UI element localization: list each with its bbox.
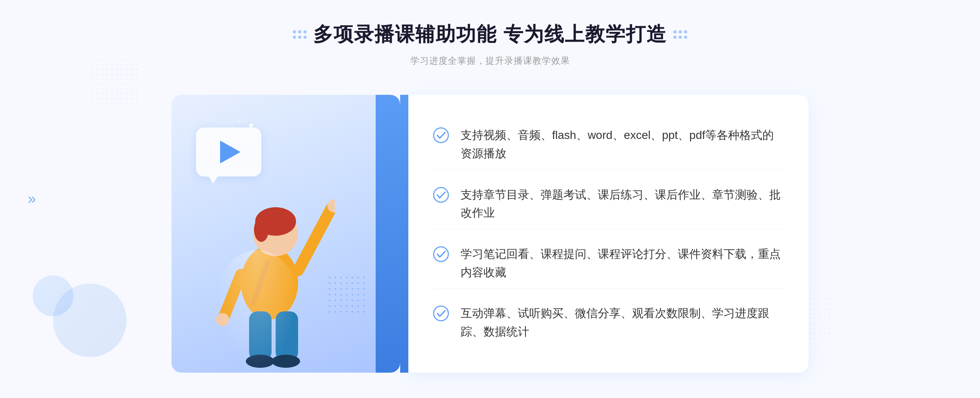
features-panel: 支持视频、音频、flash、word、excel、ppt、pdf等各种格式的资源… [408, 95, 808, 373]
connector-bar [400, 95, 408, 373]
feature-text-4: 互动弹幕、试听购买、微信分享、观看次数限制、学习进度跟踪、数据统计 [461, 304, 784, 341]
page-subtitle: 学习进度全掌握，提升录播课教学效果 [410, 55, 570, 67]
deco-dot-grid-left [90, 57, 139, 106]
panel-accent-bar [376, 95, 400, 373]
sparkle-1 [249, 123, 253, 127]
feature-text-3: 学习笔记回看、课程提问、课程评论打分、课件资料下载，重点内容收藏 [461, 245, 784, 282]
svg-line-4 [298, 209, 331, 271]
check-icon-2 [433, 187, 449, 203]
header-deco-dots-right [673, 30, 687, 39]
check-icon-3 [433, 246, 449, 262]
sparkle-2 [255, 130, 258, 132]
feature-item-4: 互动弹幕、试听购买、微信分享、观看次数限制、学习进度跟踪、数据统计 [433, 298, 784, 348]
main-content: 支持视频、音频、flash、word、excel、ppt、pdf等各种格式的资源… [172, 87, 808, 381]
feature-item-1: 支持视频、音频、flash、word、excel、ppt、pdf等各种格式的资源… [433, 120, 784, 170]
svg-point-14 [434, 188, 448, 202]
feature-item-3: 学习笔记回看、课程提问、课程评论打分、课件资料下载，重点内容收藏 [433, 239, 784, 289]
illustration-panel [172, 95, 400, 373]
svg-point-16 [434, 306, 448, 321]
check-icon-4 [433, 305, 449, 322]
page-title: 多项录播课辅助功能 专为线上教学打造 [313, 21, 666, 47]
header-section: 多项录播课辅助功能 专为线上教学打造 [293, 21, 687, 47]
light-beam [212, 250, 302, 373]
chevron-left-icon: » [28, 190, 33, 208]
sparkle-3 [239, 120, 241, 122]
feature-text-1: 支持视频、音频、flash、word、excel、ppt、pdf等各种格式的资源… [461, 126, 784, 163]
svg-point-13 [434, 128, 448, 143]
deco-circle-small [33, 275, 74, 316]
header-deco-dots-left [293, 30, 307, 39]
check-icon-1 [433, 127, 449, 143]
feature-item-2: 支持章节目录、弹题考试、课后练习、课后作业、章节测验、批改作业 [433, 179, 784, 230]
svg-point-3 [254, 217, 269, 242]
page-wrapper: » 多项录播课辅助功能 专为线上教学打造 学习进度全掌握，提升录播课教学效果 [0, 0, 980, 398]
feature-text-2: 支持章节目录、弹题考试、课后练习、课后作业、章节测验、批改作业 [461, 186, 784, 223]
svg-point-15 [434, 247, 448, 262]
